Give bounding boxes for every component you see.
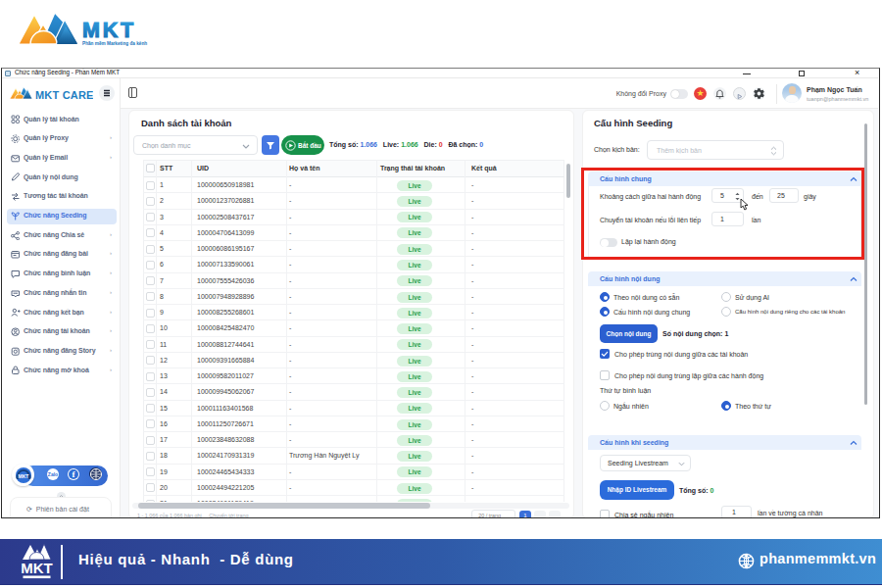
svg-text:MKT: MKT	[21, 560, 53, 576]
svg-text:Phần mềm Marketing đa kênh: Phần mềm Marketing đa kênh	[82, 41, 147, 46]
svg-text:MKT: MKT	[19, 473, 29, 479]
svg-text:MKT: MKT	[82, 19, 136, 42]
svg-text:MKT CARE: MKT CARE	[35, 89, 93, 101]
